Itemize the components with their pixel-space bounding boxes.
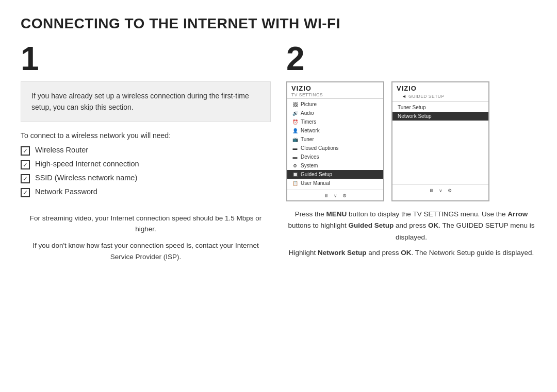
step2-number: 2 [286, 42, 536, 75]
timers-icon: ⏰ [292, 120, 298, 125]
footer-icon-3: ⚙ [342, 193, 347, 198]
tv-menu-item: 👤 Network [287, 126, 383, 135]
tv-menu-item: ⚙ System [287, 161, 383, 170]
step1-need-label: To connect to a wireless network you wil… [21, 131, 271, 140]
back-arrow-icon: ◄ [402, 94, 406, 99]
page-title: CONNECTING TO THE INTERNET WITH Wi-Fi [21, 15, 536, 32]
step1-note1: For streaming video, your Internet conne… [21, 213, 271, 235]
tv-back-nav: ◄ GUIDED SETUP [397, 92, 484, 100]
devices-icon: ▬ [292, 155, 298, 160]
step2-desc1: Press the MENU button to display the TV … [286, 209, 536, 243]
user-manual-icon: 📋 [292, 181, 298, 186]
step2-description: Press the MENU button to display the TV … [286, 209, 536, 259]
tv-menu-item-guided-setup: 🔲 Guided Setup [287, 170, 383, 179]
tv-screen-1: VIZIO TV SETTINGS 🖼 Picture 🔊 Audio ⏰ Ti… [286, 81, 384, 201]
tuner-icon: 📺 [292, 137, 298, 142]
footer-icon-2: ∨ [334, 193, 337, 198]
step1-info-box: If you have already set up a wireless co… [21, 81, 271, 122]
tv-subtitle-1: TV SETTINGS [291, 92, 379, 97]
tv-menu-item: ▬ Closed Captions [287, 144, 383, 152]
tv-footer-1: 🖥 ∨ ⚙ [287, 190, 383, 200]
network-icon: 👤 [292, 128, 298, 133]
step2-column: 2 VIZIO TV SETTINGS 🖼 Picture 🔊 Audio [286, 42, 536, 267]
checkbox-icon: ✓ [21, 188, 30, 197]
guided-setup-icon: 🔲 [292, 172, 298, 177]
tv-screen2-header: VIZIO ◄ GUIDED SETUP [392, 82, 488, 102]
tv-menu-item-network: Network Setup [392, 112, 488, 121]
tv-screen-2: VIZIO ◄ GUIDED SETUP Tuner Setup Network… [391, 81, 489, 201]
footer-icon-1: 🖥 [324, 193, 329, 198]
footer-icon-4: 🖥 [429, 188, 434, 193]
tv-menu-2: Tuner Setup Network Setup [392, 102, 488, 121]
tv-menu-item-tuner: Tuner Setup [392, 103, 488, 112]
checkbox-icon: ✓ [21, 146, 30, 156]
list-item: ✓ SSID (Wireless network name) [21, 174, 271, 183]
cc-icon: ▬ [292, 146, 298, 151]
list-item: ✓ High-speed Internet connection [21, 160, 271, 169]
tv-menu-item: 📺 Tuner [287, 135, 383, 144]
system-icon: ⚙ [292, 163, 298, 168]
checkbox-icon: ✓ [21, 160, 30, 169]
checkbox-icon: ✓ [21, 174, 30, 183]
tv-menu-item: 🖼 Picture [287, 100, 383, 109]
list-item: ✓ Network Password [21, 188, 271, 197]
tv-footer-2: 🖥 ∨ ⚙ [392, 184, 488, 195]
tv-menu-item: ⏰ Timers [287, 117, 383, 126]
tv-screens: VIZIO TV SETTINGS 🖼 Picture 🔊 Audio ⏰ Ti… [286, 81, 536, 201]
step1-note2: If you don't know how fast your connecti… [21, 240, 271, 262]
footer-icon-5: ∨ [439, 188, 443, 193]
picture-icon: 🖼 [292, 102, 298, 107]
tv-menu-item: 📋 User Manual [287, 179, 383, 188]
footer-icon-6: ⚙ [448, 188, 452, 193]
tv-brand-1: VIZIO [291, 84, 379, 92]
tv-menu-1: 🖼 Picture 🔊 Audio ⏰ Timers 👤 Network [287, 99, 383, 188]
tv-menu-item: ▬ Devices [287, 152, 383, 161]
step1-bottom-notes: For streaming video, your Internet conne… [21, 213, 271, 262]
list-item: ✓ Wireless Router [21, 146, 271, 156]
tv-brand-2: VIZIO [397, 84, 484, 92]
step1-column: 1 If you have already set up a wireless … [21, 42, 271, 267]
step2-desc2: Highlight Network Setup and press OK. Th… [286, 247, 536, 259]
step1-checklist: ✓ Wireless Router ✓ High-speed Internet … [21, 146, 271, 197]
tv-screen1-header: VIZIO TV SETTINGS [287, 82, 383, 99]
audio-icon: 🔊 [292, 111, 298, 116]
guided-setup-label: GUIDED SETUP [408, 94, 445, 99]
tv-menu-item: 🔊 Audio [287, 109, 383, 117]
step1-number: 1 [21, 42, 271, 75]
